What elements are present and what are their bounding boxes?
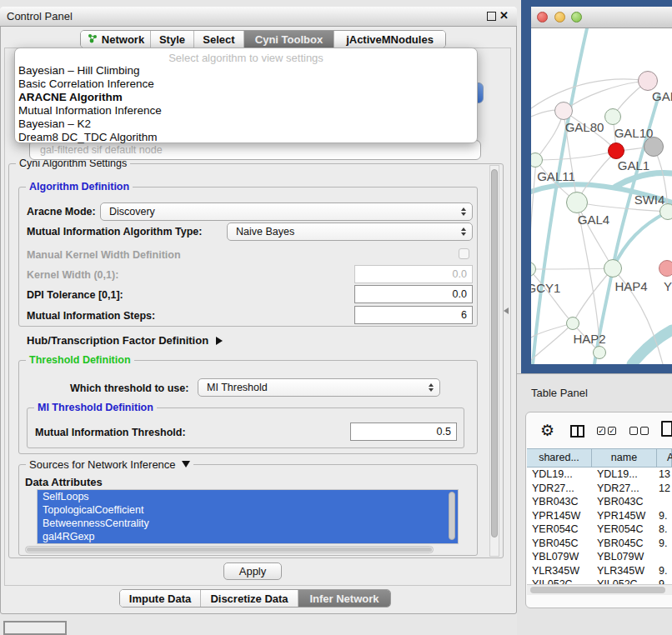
- network-node-GAL4[interactable]: [566, 192, 588, 213]
- network-node[interactable]: [608, 142, 624, 159]
- network-node-HAP2[interactable]: [566, 317, 579, 330]
- table-panel-title: Table Panel: [531, 387, 588, 399]
- tab-cyni-toolbox[interactable]: Cyni Toolbox: [244, 31, 334, 48]
- control-panel-titlebar[interactable]: [0, 7, 517, 27]
- tab-select-label: Select: [203, 33, 234, 46]
- tab-discretize-data[interactable]: Discretize Data: [201, 590, 298, 607]
- gear-icon[interactable]: ⚙: [540, 421, 554, 440]
- attributes-horizontal-scrollbar[interactable]: [25, 546, 434, 553]
- node-table[interactable]: YDL19...YDL19...13 YDR27...YDR27...12 YB…: [527, 468, 672, 584]
- mac-zoom-button[interactable]: [571, 12, 582, 22]
- threshold-definition-title: Threshold Definition: [26, 354, 134, 366]
- aracne-mode-value: Discovery: [109, 206, 155, 218]
- attribute-item[interactable]: TopologicalCoefficient: [38, 503, 458, 517]
- dpi-tolerance-field[interactable]: 0.0: [354, 285, 473, 303]
- column-header-shared-name[interactable]: shared...: [527, 448, 592, 468]
- mi-steps-field[interactable]: 6: [354, 306, 473, 324]
- network-node-label: GAL80: [565, 120, 604, 134]
- table-row[interactable]: YER054CYER054C8.: [527, 522, 672, 537]
- dropdown-placeholder: Select algorithm to view settings: [15, 52, 477, 64]
- aracne-mode-label: Aracne Mode:: [27, 206, 96, 218]
- table-row[interactable]: YBR043CYBR043C: [527, 495, 672, 509]
- network-node-HAP4[interactable]: [604, 259, 622, 278]
- network-node-GAL[interactable]: [638, 71, 658, 91]
- tab-jactivemnodules[interactable]: jActiveMNodules: [334, 31, 445, 48]
- table-row[interactable]: YDL19...YDL19...13: [527, 468, 672, 482]
- aracne-mode-select[interactable]: Discovery: [100, 202, 473, 221]
- tab-style[interactable]: Style: [151, 31, 194, 48]
- select-all-checkbox-icon2[interactable]: ✓: [608, 427, 616, 435]
- data-attributes-label: Data Attributes: [25, 476, 103, 488]
- table-row[interactable]: YDR27...YDR27...12: [527, 482, 672, 496]
- tab-network[interactable]: Network: [81, 31, 151, 48]
- data-attributes-list[interactable]: SelfLoops TopologicalCoefficient Between…: [37, 489, 459, 544]
- kernel-width-field[interactable]: 0.0: [354, 265, 473, 283]
- manual-kernel-checkbox[interactable]: [459, 248, 469, 259]
- tab-infer-network[interactable]: Infer Network: [298, 590, 390, 607]
- dropdown-item[interactable]: Bayesian – Hill Climbing: [15, 64, 477, 78]
- table-row[interactable]: YPR145WYPR145W9.: [527, 509, 672, 523]
- table-row[interactable]: YBR045CYBR045C9.: [527, 537, 672, 551]
- tab-impute-data[interactable]: Impute Data: [120, 590, 201, 607]
- network-canvas[interactable]: GALGAL80GAL10GAL1GAL11GAL4SWI4GCY1HAP4YH…: [531, 28, 672, 364]
- float-window-icon[interactable]: [487, 12, 496, 21]
- table-row[interactable]: YLR345WYLR345W9.: [527, 564, 672, 578]
- dropdown-item[interactable]: Mutual Information Inference: [15, 104, 477, 118]
- hub-definition-expander[interactable]: Hub/Transcription Factor Definition: [27, 334, 223, 347]
- table-row[interactable]: YIL052CYIL052C9.: [527, 578, 672, 584]
- dropdown-item-selected[interactable]: ARACNE Algorithm: [15, 91, 477, 104]
- settings-scrollbar-thumb[interactable]: [491, 169, 498, 538]
- network-node-Y[interactable]: [659, 260, 672, 277]
- new-table-icon[interactable]: [661, 421, 672, 437]
- sources-group-title[interactable]: Sources for Network Inference: [26, 458, 193, 471]
- algorithm-definition-title: Algorithm Definition: [26, 181, 133, 192]
- network-node-GAL1[interactable]: [644, 137, 664, 157]
- mac-close-button[interactable]: [537, 12, 548, 22]
- mac-minimize-button[interactable]: [554, 12, 565, 22]
- tab-network-label: Network: [102, 33, 144, 46]
- tab-jactivemnodules-label: jActiveMNodules: [346, 33, 434, 46]
- attributes-horizontal-thumb[interactable]: [27, 548, 432, 552]
- deselect-checkbox-icon2[interactable]: [640, 427, 649, 435]
- manual-kernel-label: Manual Kernel Width Definition: [27, 249, 181, 261]
- settings-vertical-scrollbar[interactable]: [489, 165, 499, 557]
- attribute-item[interactable]: gal4RGexp: [38, 530, 458, 543]
- dropdown-item[interactable]: Bayesian – K2: [15, 118, 477, 131]
- which-threshold-select[interactable]: MI Threshold: [198, 378, 440, 397]
- sources-title-label: Sources for Network Inference: [29, 458, 176, 471]
- attribute-item[interactable]: SelfLoops: [38, 490, 458, 503]
- dropdown-item[interactable]: Basic Correlation Inference: [15, 78, 477, 91]
- network-node-GAL80[interactable]: [554, 102, 573, 120]
- network-node-label: HAP4: [614, 279, 647, 293]
- cyni-bottom-tabbar: Impute Data Discretize Data Infer Networ…: [119, 589, 391, 608]
- network-node-label: GAL1: [618, 158, 649, 172]
- apply-button[interactable]: Apply: [223, 562, 282, 580]
- mi-threshold-field[interactable]: 0.5: [350, 422, 457, 441]
- expand-right-icon: [216, 337, 223, 345]
- column-header-name[interactable]: name: [592, 448, 657, 468]
- panel-splitter-handle[interactable]: [504, 308, 509, 314]
- close-icon[interactable]: ✕: [499, 9, 509, 22]
- column-view-icon[interactable]: [570, 425, 584, 438]
- dropdown-item[interactable]: Dream8 DC_TDC Algorithm: [15, 131, 477, 144]
- mi-type-select[interactable]: Naive Bayes: [227, 222, 473, 241]
- deselect-checkbox-icon[interactable]: [629, 427, 638, 435]
- select-all-checkbox-icon[interactable]: ✓: [597, 427, 605, 435]
- column-header-partial[interactable]: A: [657, 448, 672, 468]
- network-node[interactable]: [593, 346, 606, 359]
- cell: 9.: [659, 564, 667, 578]
- table-row[interactable]: YBL079WYBL079W: [527, 550, 672, 564]
- which-threshold-label: Which threshold to use:: [70, 382, 188, 394]
- control-panel-tabbar: Network Style Select Cyni Toolbox jActiv…: [80, 30, 446, 48]
- tab-select[interactable]: Select: [194, 31, 244, 48]
- cell: 13: [659, 468, 670, 482]
- network-node-GAL10[interactable]: [604, 108, 621, 125]
- attribute-item[interactable]: BetweennessCentrality: [38, 517, 458, 530]
- network-window-titlebar[interactable]: [531, 7, 672, 28]
- table-horizontal-scrollbar[interactable]: [527, 584, 672, 595]
- minimized-window-fragment[interactable]: [3, 621, 67, 635]
- attributes-vertical-scrollbar[interactable]: [449, 492, 455, 540]
- table-horizontal-thumb[interactable]: [530, 587, 665, 593]
- cell: YBL079W: [532, 550, 579, 564]
- cell: YDL19...: [532, 468, 573, 482]
